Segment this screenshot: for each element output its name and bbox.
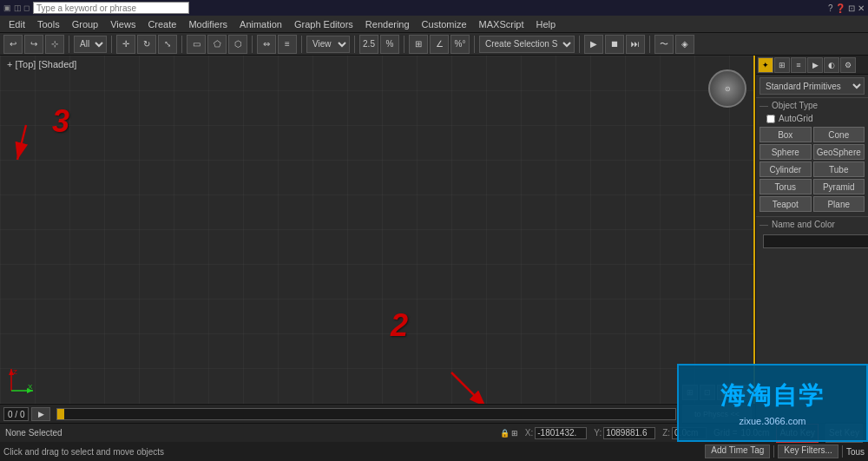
- rp-tab-create[interactable]: ✦: [758, 57, 773, 73]
- select-btn[interactable]: ⊹: [45, 35, 64, 54]
- divider5: [301, 36, 302, 53]
- geosphere-btn[interactable]: GeoSphere: [813, 144, 865, 160]
- move-btn[interactable]: ✛: [116, 35, 135, 54]
- scale-btn[interactable]: ⤡: [158, 35, 177, 54]
- menu-modifiers[interactable]: Modifiers: [183, 18, 233, 30]
- svg-line-1: [17, 125, 26, 160]
- menu-rendering[interactable]: Rendering: [360, 18, 415, 30]
- rp-tabs: ✦ ⊞ ≡ ▶ ◐ ⚙: [756, 56, 868, 75]
- name-color-row: [760, 233, 865, 250]
- plane-btn[interactable]: Plane: [813, 196, 865, 212]
- cone-btn[interactable]: Cone: [813, 127, 865, 142]
- axis-svg: Z X: [7, 365, 37, 395]
- pct-snap[interactable]: %°: [450, 35, 470, 54]
- select-icon: ⊞: [511, 429, 518, 438]
- object-type-header: Object Type: [760, 101, 865, 110]
- x-input[interactable]: [535, 427, 587, 439]
- tube-btn[interactable]: Tube: [813, 161, 865, 177]
- menu-animation[interactable]: Animation: [234, 18, 287, 30]
- name-field[interactable]: [763, 234, 868, 248]
- help-btn[interactable]: ? ❓ ⊡ ✕: [828, 3, 865, 13]
- lock-icon: 🔒: [500, 429, 510, 438]
- x-label: X:: [525, 428, 533, 438]
- divider9: [579, 36, 580, 53]
- svg-text:Z: Z: [13, 368, 17, 376]
- bottom-bar: Click and drag to select and move object…: [0, 442, 868, 461]
- divider4: [252, 36, 253, 53]
- y-label: Y:: [594, 428, 602, 438]
- z-label: Z:: [662, 428, 670, 438]
- primitives-dropdown[interactable]: Standard Primitives: [760, 77, 865, 95]
- snap-toggle[interactable]: ⊞: [409, 35, 428, 54]
- anim-expand-btn[interactable]: ▶: [31, 407, 50, 421]
- undo-btn[interactable]: ↩: [3, 35, 23, 54]
- svg-text:X: X: [28, 383, 33, 391]
- timeline-track[interactable]: [56, 408, 676, 420]
- pyramid-btn[interactable]: Pyramid: [813, 179, 865, 194]
- filter-dropdown[interactable]: All: [74, 36, 107, 53]
- divider6: [354, 36, 355, 53]
- menu-edit[interactable]: Edit: [3, 18, 30, 30]
- menu-graph-editors[interactable]: Graph Editors: [289, 18, 358, 30]
- dope-btn[interactable]: ◈: [675, 35, 694, 54]
- torus-btn[interactable]: Torus: [760, 179, 812, 194]
- menu-customize[interactable]: Customize: [417, 18, 472, 30]
- rect-select[interactable]: ▭: [187, 35, 206, 54]
- curve-btn[interactable]: 〜: [654, 35, 674, 54]
- align-btn[interactable]: ≡: [278, 35, 297, 54]
- divider-bottom: [773, 445, 774, 458]
- redo-btn[interactable]: ↪: [24, 35, 43, 54]
- menu-create[interactable]: Create: [142, 18, 181, 30]
- teapot-btn[interactable]: Teapot: [760, 196, 812, 212]
- divider1: [69, 36, 69, 53]
- divider8: [474, 36, 475, 53]
- menu-maxscript[interactable]: MAXScript: [474, 18, 529, 30]
- view-dropdown[interactable]: View: [306, 36, 350, 53]
- autogrid-label: AutoGrid: [779, 114, 812, 123]
- lasso-select[interactable]: ⬠: [207, 35, 227, 54]
- rotate-btn[interactable]: ↻: [137, 35, 156, 54]
- rp-tab-display[interactable]: ◐: [824, 57, 839, 73]
- y-input[interactable]: [603, 427, 655, 439]
- toolbar1: ↩ ↪ ⊹ All ✛ ↻ ⤡ ▭ ⬠ ⬡ ⇔ ≡ View 2.5 % ⊞ ∠…: [0, 33, 868, 56]
- coord-btn[interactable]: 2.5: [359, 35, 378, 54]
- key-filters-btn[interactable]: Key Filters...: [778, 445, 838, 458]
- frame-counter: 0 / 0: [3, 407, 29, 421]
- percent-btn[interactable]: %: [380, 35, 399, 54]
- object-type-section: Object Type AutoGrid Box Cone Sphere Geo…: [756, 97, 868, 216]
- click-drag-text: Click and drag to select and move object…: [3, 447, 164, 457]
- menu-tools[interactable]: Tools: [32, 18, 65, 30]
- add-time-tag-btn[interactable]: Add Time Tag: [705, 445, 770, 458]
- viewport[interactable]: + [Top] [Shaded] 3 2: [0, 56, 755, 404]
- autogrid-row: AutoGrid: [760, 114, 865, 123]
- tous-label: Tous: [846, 447, 865, 457]
- cylinder-btn[interactable]: Cylinder: [760, 161, 812, 177]
- rp-tab-hierarchy[interactable]: ≡: [791, 57, 806, 73]
- coord-y-field: Y:: [594, 427, 655, 439]
- divider10: [649, 36, 650, 53]
- autogrid-checkbox[interactable]: [766, 115, 775, 123]
- angle-snap[interactable]: ∠: [430, 35, 449, 54]
- menu-views[interactable]: Views: [105, 18, 141, 30]
- box-btn[interactable]: Box: [760, 127, 812, 142]
- rp-tab-motion[interactable]: ▶: [807, 57, 823, 73]
- rp-tab-utilities[interactable]: ⚙: [840, 57, 856, 73]
- play-btn[interactable]: ▶: [584, 35, 603, 54]
- stop-btn[interactable]: ⏹: [605, 35, 624, 54]
- name-color-section: Name and Color: [756, 216, 868, 253]
- sphere-btn[interactable]: Sphere: [760, 144, 812, 160]
- mirror-btn[interactable]: ⇔: [257, 35, 276, 54]
- menu-group[interactable]: Group: [67, 18, 104, 30]
- selection-set-dropdown[interactable]: Create Selection S...: [479, 36, 575, 53]
- search-input[interactable]: [33, 2, 189, 14]
- lock-icons: 🔒 ⊞: [500, 429, 518, 438]
- next-frame[interactable]: ⏭: [626, 35, 645, 54]
- paint-select[interactable]: ⬡: [228, 35, 247, 54]
- status-text: None Selected: [5, 428, 493, 438]
- rp-tab-modify[interactable]: ⊞: [774, 57, 790, 73]
- axis-indicator: Z X: [7, 365, 37, 397]
- object-buttons: Box Cone Sphere GeoSphere Cylinder Tube …: [760, 127, 865, 212]
- time-indicator: [57, 409, 64, 419]
- menu-help[interactable]: Help: [531, 18, 562, 30]
- divider2: [111, 36, 112, 53]
